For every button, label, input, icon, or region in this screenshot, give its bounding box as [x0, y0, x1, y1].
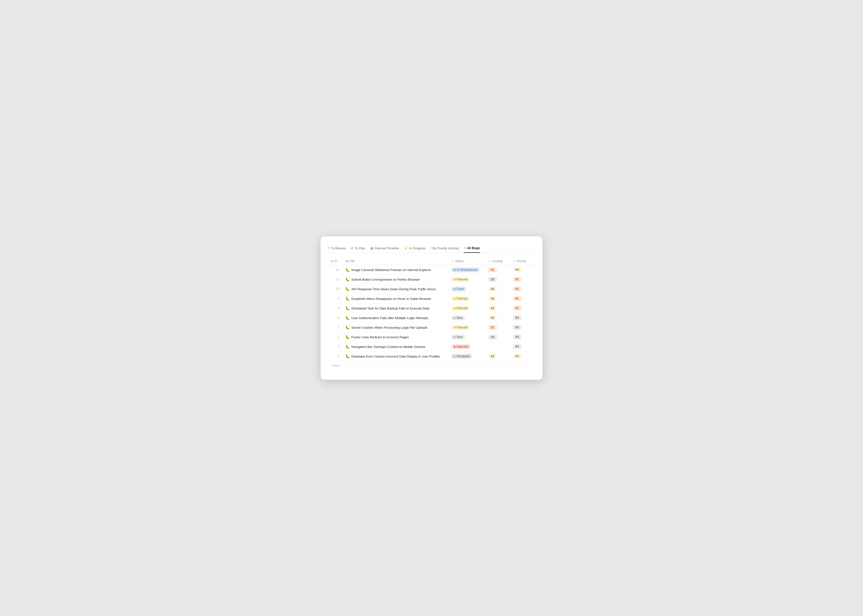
bug-icon: 🐛 [345, 296, 350, 301]
table-row[interactable]: 3 🐛 Navigation Bar Overlaps Content on M… [328, 342, 535, 352]
cell-severity: S2 [486, 352, 510, 361]
severity-chip: S3 [488, 277, 497, 282]
severity-chip: S2 [488, 315, 497, 320]
cell-status: Fixed [449, 284, 486, 294]
cell-priority: P3 [510, 313, 535, 323]
cell-id: 9 [328, 303, 343, 313]
cell-severity: S3 [486, 332, 510, 342]
status-dot [454, 298, 455, 300]
status-label: New [457, 335, 463, 339]
status-badge: Planned [451, 306, 470, 311]
cell-title: 🐛 Footer Links Redirect to Incorrect Pag… [343, 332, 449, 342]
cell-severity: S1 [486, 265, 510, 275]
table-row[interactable]: 12 🐛 Image Carousel Slideshow Freezes on… [328, 265, 535, 275]
bug-icon: 🐛 [345, 335, 350, 339]
cell-id: 5 [328, 294, 343, 303]
cell-id: 10 [328, 284, 343, 294]
tab-by-priority[interactable]: !By Priority (Active) [430, 247, 459, 253]
status-dot [454, 308, 455, 309]
bug-table: № ID Aa Title ✦ Status ⊙ Se [328, 258, 535, 361]
cell-status: New [449, 313, 486, 323]
bug-icon: 🐛 [345, 344, 350, 349]
status-badge: Fixed [451, 286, 466, 291]
add-new-row-button[interactable]: + New [328, 361, 535, 370]
priority-chip: P3 [513, 325, 521, 330]
cell-priority: P2 [510, 265, 535, 275]
status-dot [454, 327, 455, 328]
cell-title: 🐛 Image Carousel Slideshow Freezes on In… [343, 265, 449, 275]
cell-title: 🐛 Database Error Causes Incorrect Data D… [343, 352, 449, 361]
tab-icon-planned-timeline: ▦ [370, 247, 373, 250]
tab-label-in-progress: In Progress [409, 247, 425, 250]
cell-title: 🐛 Scheduled Task for Data Backup Fails t… [343, 303, 449, 313]
tab-label-by-priority: By Priority (Active) [433, 247, 459, 250]
cell-title: 🐛 User Authentication Fails after Multip… [343, 313, 449, 323]
tab-to-review[interactable]: ?To Review [328, 247, 346, 253]
bug-title: Navigation Bar Overlaps Content on Mobil… [351, 345, 425, 349]
status-label: Rejected [457, 345, 468, 349]
tab-in-progress[interactable]: ⚡In Progress [404, 247, 425, 253]
cell-priority: P3 [510, 323, 535, 332]
add-new-label: + New [331, 364, 340, 368]
tab-label-planned-timeline: Planned Timeline [375, 247, 399, 250]
table-row[interactable]: 5 🐛 Dropdown Menu Disappears on Hover in… [328, 294, 535, 303]
status-badge: New [451, 315, 465, 320]
cell-id: 3 [328, 342, 343, 352]
table-row[interactable]: 10 🐛 API Response Time Slows Down During… [328, 284, 535, 294]
status-dot [454, 346, 455, 348]
severity-chip: S1 [488, 325, 497, 330]
bug-icon: 🐛 [345, 287, 350, 291]
tab-label-to-review: To Review [331, 247, 346, 250]
cell-severity: S2 [486, 303, 510, 313]
priority-chip: P2 [513, 354, 521, 359]
col-header-status: ✦ Status [449, 258, 486, 265]
priority-chip: P3 [513, 315, 521, 320]
col-header-title: Aa Title [343, 258, 449, 265]
status-dot [454, 279, 455, 280]
priority-chip: P1 [513, 306, 521, 311]
status-label: Fixed [457, 287, 464, 291]
bug-icon: 🐛 [345, 306, 350, 310]
table-row[interactable]: 11 🐛 Submit Button Unresponsive on Firef… [328, 275, 535, 284]
status-header-icon: ✦ [451, 260, 454, 263]
status-badge: Planned [451, 296, 470, 301]
main-window: ?To Review⇌To Plan▦Planned Timeline⚡In P… [321, 236, 542, 380]
status-badge: New [451, 335, 465, 339]
table-row[interactable]: 9 🐛 Scheduled Task for Data Backup Fails… [328, 303, 535, 313]
cell-priority: P1 [510, 275, 535, 284]
cell-id: 4 [328, 313, 343, 323]
cell-severity: S2 [486, 294, 510, 303]
cell-title: 🐛 Dropdown Menu Disappears on Hover in S… [343, 294, 449, 303]
tab-label-to-plan: To Plan [354, 247, 365, 250]
col-header-priority: ⊙ Priority [510, 258, 535, 265]
table-row[interactable]: 4 🐛 User Authentication Fails after Mult… [328, 313, 535, 323]
cell-severity: S2 [486, 284, 510, 294]
tab-to-plan[interactable]: ⇌To Plan [351, 247, 365, 253]
tab-planned-timeline[interactable]: ▦Planned Timeline [370, 247, 399, 253]
tab-bar: ?To Review⇌To Plan▦Planned Timeline⚡In P… [328, 246, 535, 253]
severity-chip: S2 [488, 306, 497, 311]
table-row[interactable]: 2 🐛 Footer Links Redirect to Incorrect P… [328, 332, 535, 342]
col-id-label: № ID [331, 259, 337, 263]
priority-chip: P1 [513, 286, 521, 291]
bug-icon: 🐛 [345, 277, 350, 281]
bug-icon: 🐛 [345, 267, 350, 272]
bug-title: API Response Time Slows Down During Peak… [351, 287, 436, 291]
cell-priority: P1 [510, 294, 535, 303]
bug-icon: 🐛 [345, 316, 350, 320]
status-badge: Reviewed [451, 354, 472, 359]
bug-title: Dropdown Menu Disappears on Hover in Saf… [351, 297, 431, 301]
tab-icon-in-progress: ⚡ [404, 247, 408, 250]
table-row[interactable]: 7 🐛 Server Crashes When Processing Large… [328, 323, 535, 332]
table-row[interactable]: 1 🐛 Database Error Causes Incorrect Data… [328, 352, 535, 361]
status-label: Planned [457, 297, 468, 300]
cell-status: In Development [449, 265, 486, 275]
bug-title: Submit Button Unresponsive on Firefox Br… [351, 278, 420, 281]
col-title-label: Aa Title [345, 259, 355, 263]
tab-all-bugs[interactable]: ≡All Bugs [464, 246, 480, 253]
col-status-label: Status [455, 259, 463, 263]
cell-severity: S2 [486, 313, 510, 323]
status-dot [454, 355, 455, 357]
cell-status: Planned [449, 323, 486, 332]
status-dot [454, 317, 455, 319]
